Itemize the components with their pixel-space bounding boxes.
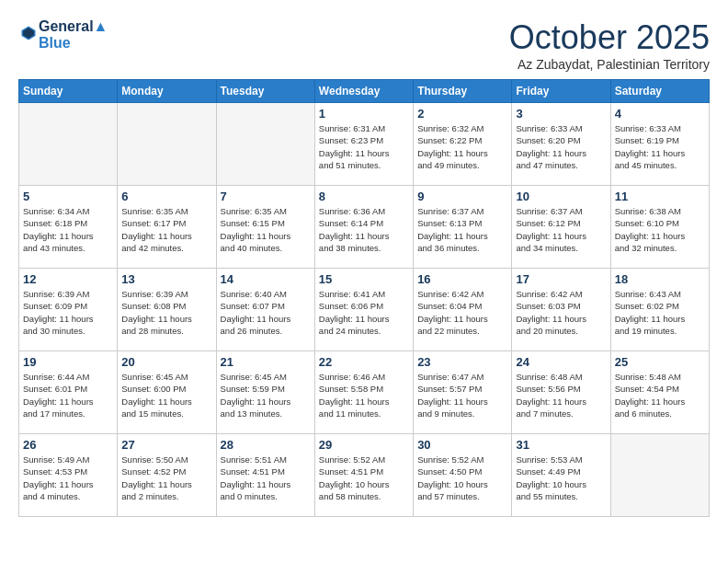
calendar-cell — [19, 103, 118, 186]
day-info: Sunrise: 6:48 AM Sunset: 5:56 PM Dayligh… — [516, 371, 606, 419]
day-number: 22 — [319, 355, 409, 369]
calendar-header-sunday: Sunday — [19, 80, 118, 103]
day-number: 20 — [121, 355, 211, 369]
calendar-week-1: 1Sunrise: 6:31 AM Sunset: 6:23 PM Daylig… — [19, 103, 710, 186]
calendar-cell: 2Sunrise: 6:32 AM Sunset: 6:22 PM Daylig… — [414, 103, 512, 186]
day-number: 12 — [23, 272, 113, 286]
day-number: 26 — [23, 438, 113, 452]
logo-text-line1: General▲ — [39, 18, 108, 35]
calendar-cell: 21Sunrise: 6:45 AM Sunset: 5:59 PM Dayli… — [216, 351, 314, 434]
day-info: Sunrise: 6:33 AM Sunset: 6:19 PM Dayligh… — [615, 122, 705, 171]
calendar-cell: 12Sunrise: 6:39 AM Sunset: 6:09 PM Dayli… — [19, 269, 118, 351]
day-number: 16 — [417, 272, 507, 286]
calendar-cell: 20Sunrise: 6:45 AM Sunset: 6:00 PM Dayli… — [118, 351, 216, 434]
calendar-header-saturday: Saturday — [610, 80, 709, 103]
day-number: 28 — [221, 438, 311, 452]
calendar-cell: 23Sunrise: 6:47 AM Sunset: 5:57 PM Dayli… — [414, 351, 512, 434]
day-info: Sunrise: 5:48 AM Sunset: 4:54 PM Dayligh… — [615, 371, 705, 419]
day-info: Sunrise: 6:35 AM Sunset: 6:17 PM Dayligh… — [121, 205, 211, 254]
day-number: 8 — [319, 190, 409, 203]
calendar-header-row: SundayMondayTuesdayWednesdayThursdayFrid… — [19, 80, 710, 103]
calendar-cell: 18Sunrise: 6:43 AM Sunset: 6:02 PM Dayli… — [610, 269, 709, 351]
day-info: Sunrise: 6:38 AM Sunset: 6:10 PM Dayligh… — [615, 205, 705, 254]
day-number: 29 — [319, 438, 409, 452]
calendar-week-5: 26Sunrise: 5:49 AM Sunset: 4:53 PM Dayli… — [19, 434, 710, 517]
day-number: 23 — [417, 355, 507, 369]
calendar-cell: 29Sunrise: 5:52 AM Sunset: 4:51 PM Dayli… — [314, 434, 413, 517]
day-info: Sunrise: 6:34 AM Sunset: 6:18 PM Dayligh… — [23, 205, 113, 254]
logo: General▲ Blue — [18, 18, 108, 52]
day-number: 18 — [615, 272, 705, 286]
day-number: 4 — [615, 107, 705, 121]
location-subtitle: Az Zubaydat, Palestinian Territory — [509, 57, 710, 72]
calendar-cell: 6Sunrise: 6:35 AM Sunset: 6:17 PM Daylig… — [118, 186, 216, 269]
day-info: Sunrise: 5:50 AM Sunset: 4:52 PM Dayligh… — [121, 454, 211, 502]
day-number: 14 — [221, 272, 311, 286]
calendar-cell: 3Sunrise: 6:33 AM Sunset: 6:20 PM Daylig… — [512, 103, 610, 186]
logo-icon — [20, 25, 37, 41]
day-info: Sunrise: 6:36 AM Sunset: 6:14 PM Dayligh… — [319, 205, 409, 254]
calendar-cell: 26Sunrise: 5:49 AM Sunset: 4:53 PM Dayli… — [19, 434, 118, 517]
calendar-cell: 19Sunrise: 6:44 AM Sunset: 6:01 PM Dayli… — [19, 351, 118, 434]
day-info: Sunrise: 5:53 AM Sunset: 4:49 PM Dayligh… — [516, 454, 606, 502]
day-number: 21 — [221, 355, 311, 369]
calendar-cell: 5Sunrise: 6:34 AM Sunset: 6:18 PM Daylig… — [19, 186, 118, 269]
day-number: 25 — [615, 355, 705, 369]
calendar-header-thursday: Thursday — [414, 80, 512, 103]
calendar-header-friday: Friday — [512, 80, 610, 103]
day-info: Sunrise: 6:47 AM Sunset: 5:57 PM Dayligh… — [417, 371, 507, 419]
day-info: Sunrise: 6:37 AM Sunset: 6:12 PM Dayligh… — [516, 205, 606, 254]
calendar-week-2: 5Sunrise: 6:34 AM Sunset: 6:18 PM Daylig… — [19, 186, 710, 269]
day-info: Sunrise: 6:32 AM Sunset: 6:22 PM Dayligh… — [417, 122, 507, 171]
calendar-cell: 1Sunrise: 6:31 AM Sunset: 6:23 PM Daylig… — [314, 103, 413, 186]
calendar-cell: 28Sunrise: 5:51 AM Sunset: 4:51 PM Dayli… — [216, 434, 314, 517]
day-number: 6 — [121, 190, 211, 203]
day-number: 10 — [516, 190, 606, 203]
calendar-cell: 13Sunrise: 6:39 AM Sunset: 6:08 PM Dayli… — [118, 269, 216, 351]
day-number: 19 — [23, 355, 113, 369]
calendar-cell: 7Sunrise: 6:35 AM Sunset: 6:15 PM Daylig… — [216, 186, 314, 269]
month-title: October 2025 — [509, 18, 710, 57]
calendar-week-4: 19Sunrise: 6:44 AM Sunset: 6:01 PM Dayli… — [19, 351, 710, 434]
day-info: Sunrise: 5:51 AM Sunset: 4:51 PM Dayligh… — [221, 454, 311, 502]
title-area: October 2025 Az Zubaydat, Palestinian Te… — [509, 18, 710, 72]
day-info: Sunrise: 6:46 AM Sunset: 5:58 PM Dayligh… — [319, 371, 409, 419]
calendar-table: SundayMondayTuesdayWednesdayThursdayFrid… — [18, 79, 710, 517]
day-number: 2 — [417, 107, 507, 121]
calendar-cell: 25Sunrise: 5:48 AM Sunset: 4:54 PM Dayli… — [610, 351, 709, 434]
day-info: Sunrise: 6:43 AM Sunset: 6:02 PM Dayligh… — [615, 288, 705, 337]
day-info: Sunrise: 6:39 AM Sunset: 6:08 PM Dayligh… — [121, 288, 211, 337]
day-number: 30 — [417, 438, 507, 452]
logo-text-line2: Blue — [39, 35, 108, 52]
calendar-cell: 15Sunrise: 6:41 AM Sunset: 6:06 PM Dayli… — [314, 269, 413, 351]
calendar-cell: 24Sunrise: 6:48 AM Sunset: 5:56 PM Dayli… — [512, 351, 610, 434]
calendar-cell: 8Sunrise: 6:36 AM Sunset: 6:14 PM Daylig… — [314, 186, 413, 269]
calendar-cell — [118, 103, 216, 186]
calendar-cell: 22Sunrise: 6:46 AM Sunset: 5:58 PM Dayli… — [314, 351, 413, 434]
calendar-cell: 10Sunrise: 6:37 AM Sunset: 6:12 PM Dayli… — [512, 186, 610, 269]
day-info: Sunrise: 6:45 AM Sunset: 6:00 PM Dayligh… — [121, 371, 211, 419]
calendar-cell: 27Sunrise: 5:50 AM Sunset: 4:52 PM Dayli… — [118, 434, 216, 517]
day-info: Sunrise: 6:33 AM Sunset: 6:20 PM Dayligh… — [516, 122, 606, 171]
calendar-cell — [216, 103, 314, 186]
day-number: 31 — [516, 438, 606, 452]
day-info: Sunrise: 6:35 AM Sunset: 6:15 PM Dayligh… — [221, 205, 311, 254]
calendar-header-tuesday: Tuesday — [216, 80, 314, 103]
day-info: Sunrise: 6:37 AM Sunset: 6:13 PM Dayligh… — [417, 205, 507, 254]
day-info: Sunrise: 6:42 AM Sunset: 6:04 PM Dayligh… — [417, 288, 507, 337]
calendar-header-wednesday: Wednesday — [314, 80, 413, 103]
day-info: Sunrise: 6:42 AM Sunset: 6:03 PM Dayligh… — [516, 288, 606, 337]
calendar-header-monday: Monday — [118, 80, 216, 103]
day-info: Sunrise: 6:45 AM Sunset: 5:59 PM Dayligh… — [221, 371, 311, 419]
day-info: Sunrise: 6:44 AM Sunset: 6:01 PM Dayligh… — [23, 371, 113, 419]
day-number: 3 — [516, 107, 606, 121]
day-number: 13 — [121, 272, 211, 286]
calendar-cell: 14Sunrise: 6:40 AM Sunset: 6:07 PM Dayli… — [216, 269, 314, 351]
day-info: Sunrise: 6:41 AM Sunset: 6:06 PM Dayligh… — [319, 288, 409, 337]
calendar-cell — [610, 434, 709, 517]
calendar-cell: 31Sunrise: 5:53 AM Sunset: 4:49 PM Dayli… — [512, 434, 610, 517]
calendar-cell: 30Sunrise: 5:52 AM Sunset: 4:50 PM Dayli… — [414, 434, 512, 517]
calendar-cell: 16Sunrise: 6:42 AM Sunset: 6:04 PM Dayli… — [414, 269, 512, 351]
day-info: Sunrise: 5:52 AM Sunset: 4:50 PM Dayligh… — [417, 454, 507, 502]
day-number: 9 — [417, 190, 507, 203]
